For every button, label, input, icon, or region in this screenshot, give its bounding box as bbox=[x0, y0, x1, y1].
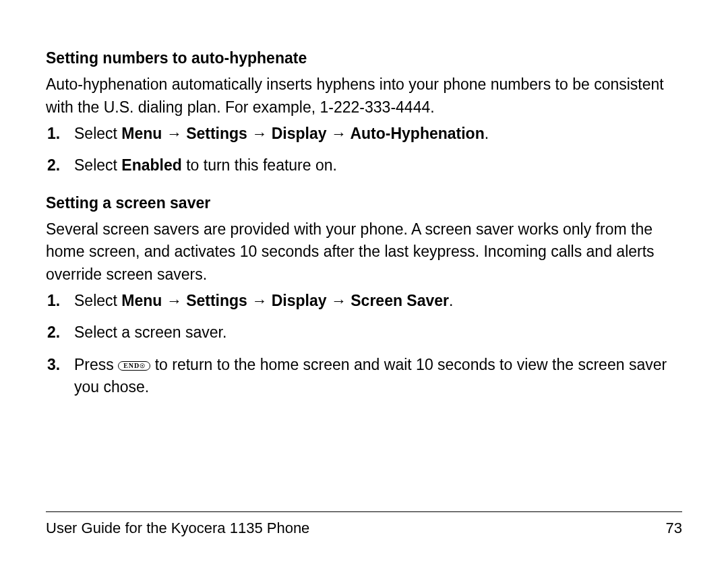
menu-path: Menu → Settings → Display → Auto-Hyphena… bbox=[121, 125, 484, 142]
step-text: Select a screen saver. bbox=[74, 323, 226, 341]
page-number: 73 bbox=[666, 518, 682, 539]
step-text: to return to the home screen and wait 10… bbox=[74, 356, 667, 396]
paragraph-screen-saver: Several screen savers are provided with … bbox=[46, 218, 682, 286]
option-enabled: Enabled bbox=[121, 156, 181, 174]
step-text: . bbox=[485, 125, 489, 142]
steps-screen-saver: Select Menu → Settings → Display → Scree… bbox=[46, 290, 682, 398]
step-2: Select Enabled to turn this feature on. bbox=[46, 154, 682, 177]
step-text: to turn this feature on. bbox=[182, 156, 337, 174]
end-key-icon: END☉ bbox=[118, 361, 150, 371]
step-text: Press bbox=[74, 356, 118, 373]
paragraph-auto-hyphenate: Auto-hyphenation automatically inserts h… bbox=[46, 73, 682, 119]
heading-auto-hyphenate: Setting numbers to auto-hyphenate bbox=[46, 47, 682, 69]
page-content: Setting numbers to auto-hyphenate Auto-h… bbox=[0, 0, 728, 562]
step-text: Select bbox=[74, 292, 121, 309]
footer-title: User Guide for the Kyocera 1135 Phone bbox=[46, 518, 309, 539]
step-1: Select Menu → Settings → Display → Auto-… bbox=[46, 123, 682, 145]
step-text: Select bbox=[74, 156, 121, 174]
heading-screen-saver: Setting a screen saver bbox=[46, 192, 682, 214]
step-2: Select a screen saver. bbox=[46, 321, 682, 344]
page-footer: User Guide for the Kyocera 1135 Phone 73 bbox=[46, 511, 682, 539]
step-1: Select Menu → Settings → Display → Scree… bbox=[46, 290, 682, 312]
menu-path: Menu → Settings → Display → Screen Saver bbox=[121, 292, 449, 309]
step-3: Press END☉ to return to the home screen … bbox=[46, 354, 682, 399]
section-screen-saver: Setting a screen saver Several screen sa… bbox=[46, 192, 682, 399]
step-text: . bbox=[449, 292, 453, 309]
section-auto-hyphenate: Setting numbers to auto-hyphenate Auto-h… bbox=[46, 47, 682, 177]
steps-auto-hyphenate: Select Menu → Settings → Display → Auto-… bbox=[46, 123, 682, 177]
step-text: Select bbox=[74, 125, 121, 142]
